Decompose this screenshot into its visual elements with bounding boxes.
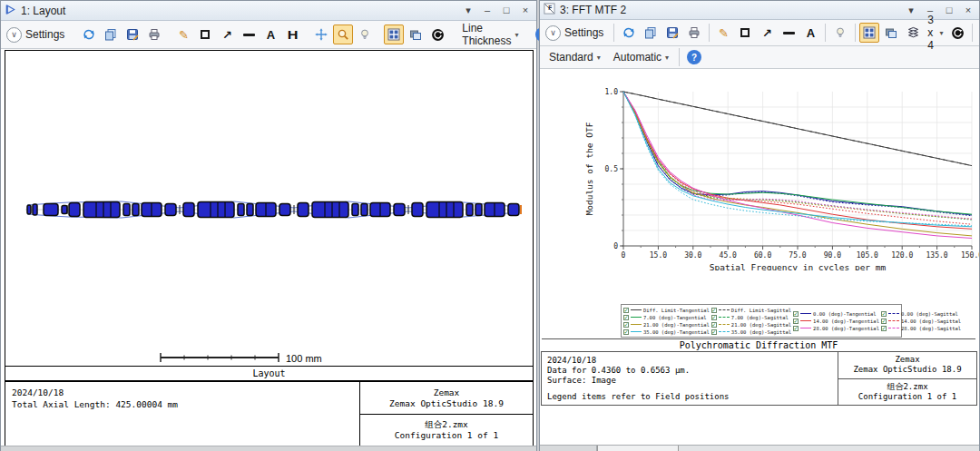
brand-name: Zemax <box>895 355 919 365</box>
copy-button[interactable] <box>101 25 121 44</box>
legend-label: 7.00 (deg)-Tangential <box>643 315 707 320</box>
lamp-button[interactable] <box>355 25 375 44</box>
pencil-icon: ✎ <box>719 27 729 39</box>
split-window-button[interactable] <box>384 25 404 44</box>
copy-button[interactable] <box>641 23 661 43</box>
dimension-tool-button[interactable]: H <box>282 25 302 44</box>
lens-drawing: 100 mm <box>5 51 533 367</box>
legend-label: 7.00 (deg)-Sagittal <box>731 315 789 320</box>
bottom-tab[interactable] <box>597 446 679 451</box>
legend-item: ✓14.00 (deg)-Tangential <box>793 318 879 325</box>
x-tick-label: 30.0 <box>684 251 701 260</box>
legend-checkbox-icon: ✓ <box>711 308 717 313</box>
frequency-dropdown[interactable]: Automatic ▾ <box>608 47 674 67</box>
save-button[interactable] <box>662 23 682 43</box>
chevron-down-icon: ∨ <box>6 27 22 43</box>
arrow-icon: ↗ <box>762 27 772 39</box>
rectangle-tool-button[interactable] <box>195 25 215 44</box>
save-icon <box>126 28 139 41</box>
zoom-button[interactable] <box>333 25 353 44</box>
bottom-tab-strip <box>540 445 979 451</box>
legend-checkbox-icon: ✓ <box>881 311 887 317</box>
legend-line-sample <box>631 317 642 318</box>
pin-icon[interactable]: ▾ <box>461 4 475 17</box>
split-window-button[interactable] <box>859 23 879 43</box>
chevron-down-icon: ▾ <box>514 31 518 39</box>
x-tick-label: 120.0 <box>891 251 913 260</box>
maximize-icon[interactable]: □ <box>499 4 514 17</box>
pan-button[interactable] <box>311 25 331 44</box>
line-icon <box>243 34 255 36</box>
legend-checkbox-icon: ✓ <box>623 322 629 328</box>
y-tick-label: 1.0 <box>605 88 619 96</box>
mtf-wavelength-range: Data for 0.4360 to 0.6563 µm. <box>547 366 832 376</box>
lamp-button[interactable] <box>830 23 850 43</box>
bottom-tab[interactable] <box>540 446 597 451</box>
legend-label: 28.00 (deg)-Sagittal <box>901 326 961 331</box>
refresh-button[interactable] <box>79 25 99 44</box>
close-icon[interactable]: × <box>961 4 975 17</box>
brand-name: Zemax <box>434 387 460 398</box>
grid-layout-dropdown[interactable]: 3 x 4 ▾ <box>925 23 946 43</box>
desktop: 1: Layout ▾ – □ × ∨ Settings ✎ ↗ A H <box>0 0 980 451</box>
text-tool-button[interactable]: A <box>260 25 280 44</box>
layout-panel-title: Layout <box>5 366 533 380</box>
x-tick-label: 45.0 <box>720 251 737 260</box>
legend-checkbox-icon: ✓ <box>711 322 717 328</box>
legend-line-sample <box>719 324 730 325</box>
legend-item: ✓35.00 (deg)-Sagittal <box>711 328 791 336</box>
duplicate-window-icon <box>409 28 422 41</box>
refresh-button[interactable] <box>619 23 639 43</box>
split-window-icon <box>863 26 876 39</box>
line-tool-button[interactable] <box>239 25 259 44</box>
print-button[interactable] <box>684 23 704 43</box>
layers-button[interactable] <box>903 23 923 43</box>
pencil-tool-button[interactable]: ✎ <box>713 23 733 43</box>
layout-titlebar[interactable]: 1: Layout ▾ – □ × <box>1 1 536 21</box>
legend-line-sample <box>719 331 730 332</box>
x-tick-label: 150.0 <box>961 251 979 260</box>
legend-checkbox-icon: ✓ <box>623 315 629 320</box>
legend-line-sample <box>800 328 811 328</box>
mtf-titlebar[interactable]: F 3: FFT MTF 2 ▾ – □ × <box>540 1 979 20</box>
duplicate-window-icon <box>885 26 897 39</box>
settings-button[interactable]: ∨ Settings <box>544 23 609 43</box>
pin-icon[interactable]: ▾ <box>904 4 918 17</box>
legend-item: ✓0.00 (deg)-Sagittal <box>881 310 961 318</box>
print-button[interactable] <box>144 25 164 44</box>
clock-update-icon <box>951 26 965 40</box>
arrow-tool-button[interactable]: ↗ <box>217 25 237 44</box>
duplicate-window-button[interactable] <box>881 23 901 43</box>
legend-item: ✓14.00 (deg)-Sagittal <box>881 318 961 325</box>
line-thickness-dropdown[interactable]: Line Thickness ▾ <box>456 25 524 44</box>
save-button[interactable] <box>122 25 142 44</box>
brand-version: Zemax OpticStudio 18.9 <box>389 398 504 409</box>
y-axis-label: Modulus of the OTF <box>584 122 594 215</box>
legend-line-sample <box>719 317 730 318</box>
arrow-icon: ↗ <box>222 29 232 41</box>
gridlines <box>623 92 972 246</box>
duplicate-window-button[interactable] <box>406 25 426 44</box>
legend-item: ✓Diff. Limit-Sagittal <box>711 307 791 314</box>
line-tool-button[interactable] <box>779 23 799 43</box>
layout-window: 1: Layout ▾ – □ × ∨ Settings ✎ ↗ A H <box>0 0 537 451</box>
minimize-icon[interactable]: – <box>480 4 495 17</box>
legend-item: ✓21.00 (deg)-Tangential <box>623 321 710 328</box>
legend-line-sample <box>631 309 642 310</box>
layout-toolbar: ∨ Settings ✎ ↗ A H Line Thi <box>1 21 536 49</box>
close-icon[interactable]: × <box>518 4 533 17</box>
legend-item: ✓28.00 (deg)-Tangential <box>793 325 879 332</box>
update-button[interactable] <box>947 23 967 43</box>
text-tool-button[interactable]: A <box>800 23 820 43</box>
legend-item: ✓7.00 (deg)-Tangential <box>623 314 710 321</box>
sampling-dropdown[interactable]: Standard ▾ <box>544 47 606 67</box>
pencil-tool-button[interactable]: ✎ <box>173 25 193 44</box>
maximize-icon[interactable]: □ <box>942 4 956 17</box>
settings-button[interactable]: ∨ Settings <box>5 25 70 44</box>
update-button[interactable] <box>427 25 447 44</box>
legend-checkbox-icon: ✓ <box>881 326 887 331</box>
rectangle-tool-button[interactable] <box>735 23 755 43</box>
help-button[interactable]: ? <box>684 47 704 67</box>
lamp-icon <box>834 26 847 39</box>
arrow-tool-button[interactable]: ↗ <box>757 23 777 43</box>
